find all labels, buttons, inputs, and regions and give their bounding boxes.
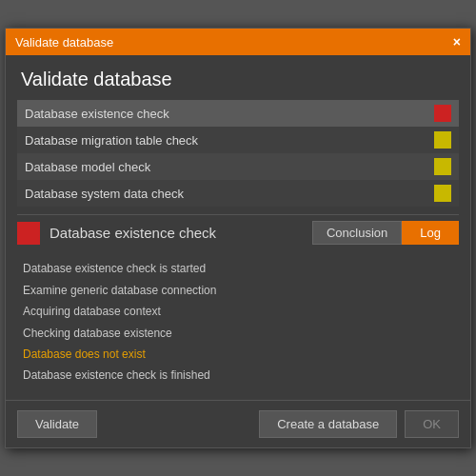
status-indicator	[434, 105, 451, 122]
detail-title-area: Database existence check	[17, 222, 216, 245]
log-content: Database existence check is startedExami…	[17, 252, 459, 391]
log-line: Acquiring database context	[21, 301, 455, 322]
check-label: Database model check	[25, 160, 150, 174]
check-label: Database migration table check	[25, 133, 198, 148]
check-label: Database system data check	[25, 187, 184, 201]
log-line: Checking database existence	[21, 323, 455, 344]
detail-buttons: Conclusion Log	[312, 221, 459, 245]
log-line: Database does not exist	[21, 344, 455, 365]
ok-button[interactable]: OK	[405, 410, 459, 438]
validate-database-window: Validate database × Validate database Da…	[5, 28, 471, 447]
status-indicator	[434, 158, 451, 175]
status-indicator	[434, 131, 451, 149]
check-row[interactable]: Database system data check	[17, 180, 459, 207]
checks-list: Database existence checkDatabase migrati…	[17, 100, 459, 207]
detail-section: Database existence check Conclusion Log …	[17, 221, 459, 391]
log-line: Database existence check is finished	[21, 365, 455, 386]
detail-status-indicator	[17, 222, 40, 245]
footer-left: Validate	[17, 410, 97, 438]
log-button[interactable]: Log	[402, 221, 459, 245]
title-bar-label: Validate database	[15, 35, 113, 50]
footer-right: Create a database OK	[259, 410, 459, 438]
create-database-button[interactable]: Create a database	[259, 410, 397, 438]
validate-button[interactable]: Validate	[17, 410, 97, 438]
check-row[interactable]: Database existence check	[17, 100, 459, 127]
section-divider	[17, 214, 459, 215]
status-indicator	[434, 185, 451, 202]
check-row[interactable]: Database migration table check	[17, 127, 459, 153]
check-row[interactable]: Database model check	[17, 153, 459, 180]
conclusion-button[interactable]: Conclusion	[312, 221, 402, 245]
log-line: Examine generic database connection	[21, 280, 455, 301]
window-header: Validate database	[6, 55, 470, 100]
detail-header: Database existence check Conclusion Log	[17, 221, 459, 245]
title-bar: Validate database ×	[6, 29, 470, 55]
close-icon[interactable]: ×	[453, 34, 461, 50]
detail-title-label: Database existence check	[50, 225, 216, 241]
check-label: Database existence check	[25, 107, 169, 121]
footer: Validate Create a database OK	[6, 400, 470, 447]
log-line: Database existence check is started	[21, 258, 455, 279]
